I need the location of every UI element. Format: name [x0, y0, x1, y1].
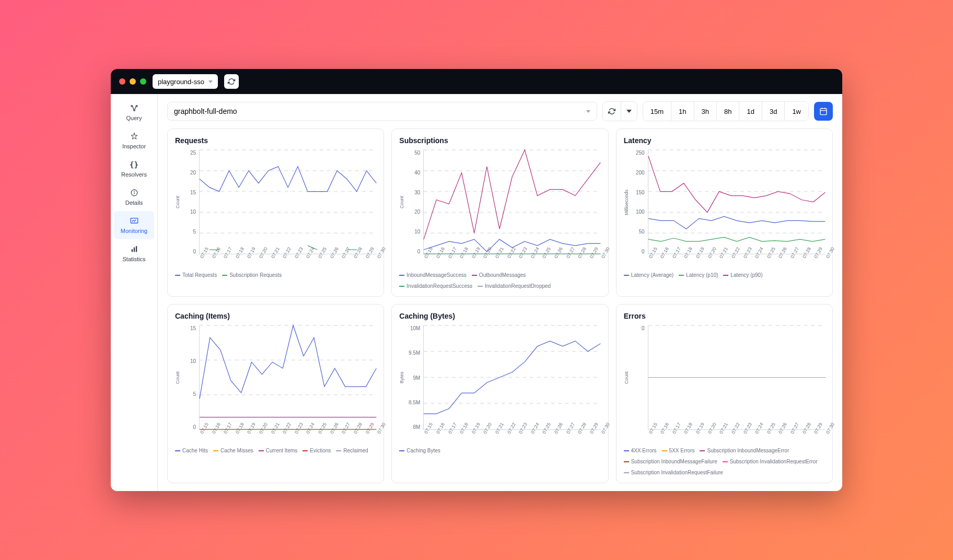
legend-label: Latency (p90) [730, 272, 762, 278]
legend-item[interactable]: 5XX Errors [662, 448, 695, 453]
x-axis: 07:1507:1607:1707:1807:1907:2007:2107:22… [648, 432, 825, 437]
maximize-icon[interactable] [140, 78, 146, 85]
y-axis: 151050 [181, 325, 199, 430]
date-picker-button[interactable] [814, 102, 833, 121]
chart-title: Caching (Bytes) [399, 312, 600, 320]
legend-item[interactable]: Caching Bytes [399, 448, 440, 453]
legend-label: Total Requests [182, 272, 217, 278]
chart-caching-items: Caching (Items)Count15105007:1507:1607:1… [167, 304, 384, 483]
legend-swatch [624, 450, 629, 451]
refresh-button[interactable] [603, 102, 621, 121]
refresh-group [602, 101, 637, 121]
legend-item[interactable]: Evictions [303, 448, 331, 453]
legend-swatch [303, 450, 308, 451]
legend-item[interactable]: Latency (p90) [723, 272, 762, 278]
legend-item[interactable]: Total Requests [175, 272, 217, 278]
graph-selector-label: graphbolt-full-demo [174, 107, 237, 115]
refresh-dropdown-button[interactable] [621, 102, 637, 121]
y-axis-label: Milliseconds [624, 150, 630, 254]
legend-item[interactable]: Reclaimed [336, 448, 368, 453]
legend-item[interactable]: Subscription InvalidationRequestFailure [624, 470, 723, 475]
sidebar-item-label: Details [125, 200, 143, 206]
sidebar-item-inspector[interactable]: Inspector [111, 126, 157, 155]
titlebar: playground-sso [111, 69, 842, 94]
time-range-3h[interactable]: 3h [694, 102, 717, 121]
legend-item[interactable]: Subscription Requests [222, 272, 282, 278]
legend-label: InvalidationRequestSuccess [406, 283, 472, 289]
legend-item[interactable]: InvalidationRequestSuccess [399, 283, 472, 289]
chart-plot[interactable] [199, 325, 376, 430]
legend-swatch [336, 450, 341, 451]
sidebar-item-details[interactable]: Details [111, 183, 157, 211]
legend-item[interactable]: 4XX Errors [624, 448, 657, 453]
statistics-icon [130, 244, 139, 254]
legend-label: Caching Bytes [406, 448, 440, 453]
chart-legend: Total RequestsSubscription Requests [175, 272, 376, 278]
chart-plot[interactable] [648, 150, 825, 254]
chart-plot[interactable] [423, 150, 600, 254]
svg-line-10 [133, 220, 135, 221]
chart-plot[interactable] [199, 150, 376, 254]
sidebar-item-label: Resolvers [121, 171, 147, 178]
legend-item[interactable]: Cache Misses [213, 448, 253, 453]
legend-item[interactable]: Subscription InvalidationRequestError [723, 459, 818, 464]
legend-item[interactable]: Current Items [259, 448, 298, 453]
legend-swatch [175, 450, 180, 451]
time-range-8h[interactable]: 8h [717, 102, 739, 121]
sidebar-item-query[interactable]: Query [111, 98, 157, 126]
time-range-1h[interactable]: 1h [671, 102, 694, 121]
legend-item[interactable]: Subscription InboundMessageError [700, 448, 789, 453]
chart-legend: Caching Bytes [399, 448, 600, 453]
inspector-icon [130, 132, 139, 141]
legend-item[interactable]: InboundMessageSuccess [399, 272, 467, 278]
legend-label: 5XX Errors [669, 448, 695, 453]
chart-legend: Latency (Average)Latency (p10)Latency (p… [624, 272, 825, 278]
legend-item[interactable]: Latency (p10) [679, 272, 718, 278]
time-range-1d[interactable]: 1d [739, 102, 762, 121]
legend-item[interactable]: Subscription InboundMessageFailure [624, 459, 717, 464]
x-axis: 07:1507:1607:1707:1807:1907:2007:2107:22… [423, 432, 600, 437]
chart-plot[interactable] [648, 325, 825, 430]
svg-rect-8 [131, 218, 137, 223]
y-axis-label: Count [175, 325, 181, 430]
legend-item[interactable]: OutboundMessages [472, 272, 526, 278]
traffic-lights [119, 78, 146, 85]
sidebar-item-statistics[interactable]: Statistics [111, 239, 157, 267]
sidebar-item-label: Monitoring [121, 228, 147, 234]
legend-swatch [624, 275, 629, 276]
caret-down-icon [626, 110, 632, 113]
legend-label: Latency (Average) [631, 272, 674, 278]
legend-item[interactable]: Latency (Average) [624, 272, 674, 278]
env-selector-label: playground-sso [158, 78, 204, 86]
svg-rect-15 [820, 109, 827, 115]
legend-item[interactable]: InvalidationRequestDropped [478, 283, 551, 289]
sidebar-item-resolvers[interactable]: {}Resolvers [111, 155, 157, 183]
time-range-1w[interactable]: 1w [785, 102, 808, 121]
time-range-15m[interactable]: 15m [643, 102, 671, 121]
legend-swatch [679, 275, 684, 276]
chart-area: Bytes10M9.5M9M8.5M8M [399, 325, 600, 430]
time-range-3d[interactable]: 3d [762, 102, 785, 121]
x-axis: 07:1507:1607:1707:1807:1907:2007:2107:22… [199, 256, 376, 262]
minimize-icon[interactable] [130, 78, 136, 85]
svg-rect-14 [135, 246, 136, 252]
y-axis-label: Count [399, 150, 405, 254]
legend-item[interactable]: Cache Hits [175, 448, 208, 453]
legend-swatch [259, 450, 264, 451]
chart-plot[interactable] [423, 325, 600, 430]
legend-swatch [213, 450, 218, 451]
sidebar-item-monitoring[interactable]: Monitoring [114, 211, 154, 239]
refresh-icon [228, 78, 235, 85]
refresh-env-button[interactable] [224, 74, 239, 89]
svg-line-4 [134, 107, 136, 110]
env-selector[interactable]: playground-sso [153, 74, 218, 89]
y-axis: 2520151050 [181, 150, 199, 254]
chart-title: Latency [624, 136, 825, 145]
svg-line-11 [134, 219, 136, 221]
y-axis: 0 [630, 325, 648, 430]
chart-caching-bytes: Caching (Bytes)Bytes10M9.5M9M8.5M8M07:15… [391, 304, 608, 483]
y-axis-label: Bytes [399, 325, 405, 430]
chart-legend: InboundMessageSuccessOutboundMessagesInv… [399, 272, 600, 289]
close-icon[interactable] [119, 78, 125, 85]
graph-selector[interactable]: graphbolt-full-demo [167, 102, 597, 121]
